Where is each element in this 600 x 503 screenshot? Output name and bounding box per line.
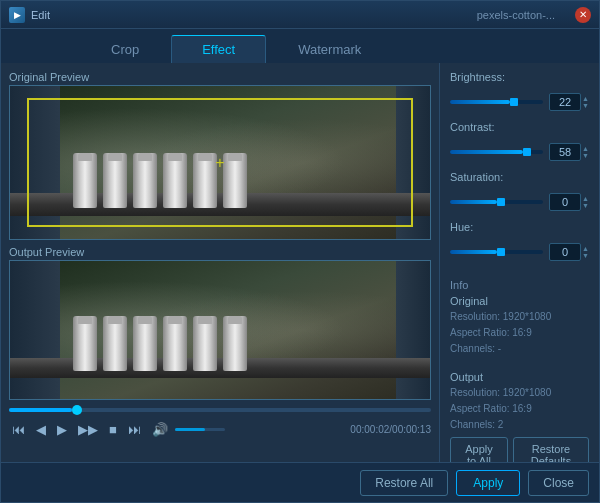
- brightness-value[interactable]: 22: [549, 93, 581, 111]
- volume-slider[interactable]: [175, 428, 225, 431]
- file-name: pexels-cotton-...: [477, 9, 555, 21]
- out-cans: [73, 316, 247, 371]
- brightness-slider[interactable]: [450, 100, 543, 104]
- out-can-1: [73, 316, 97, 371]
- hue-row: Hue:: [450, 221, 589, 233]
- out-can-4: [163, 316, 187, 371]
- saturation-slider-row: 0 ▲ ▼: [450, 193, 589, 211]
- apply-button[interactable]: Apply: [456, 470, 520, 496]
- close-button[interactable]: Close: [528, 470, 589, 496]
- title-bar: ▶ Edit pexels-cotton-... ✕: [1, 1, 599, 29]
- right-panel: Brightness: 22 ▲ ▼ Contrast:: [439, 63, 599, 462]
- controls-row: ⏮ ◀ ▶ ▶▶ ■ ⏭ 🔊 00:00:02/00:00:13: [9, 420, 431, 439]
- original-resolution: Resolution: 1920*1080: [450, 309, 589, 325]
- saturation-label: Saturation:: [450, 171, 508, 183]
- out-can-5: [193, 316, 217, 371]
- playback-fill: [9, 408, 72, 412]
- original-preview-section: Original Preview: [9, 71, 431, 240]
- contrast-slider[interactable]: [450, 150, 543, 154]
- output-info-subtitle: Output: [450, 371, 589, 383]
- tab-effect[interactable]: Effect: [171, 35, 266, 63]
- out-can-3: [133, 316, 157, 371]
- info-section: Info Original Resolution: 1920*1080 Aspe…: [450, 279, 589, 433]
- saturation-down[interactable]: ▼: [582, 202, 589, 209]
- contrast-value[interactable]: 58: [549, 143, 581, 161]
- original-preview-box: [9, 85, 431, 240]
- original-preview-label: Original Preview: [9, 71, 431, 83]
- saturation-spinner[interactable]: ▲ ▼: [582, 195, 589, 209]
- crop-overlay[interactable]: [27, 98, 413, 227]
- brightness-up[interactable]: ▲: [582, 95, 589, 102]
- output-video-frame: [10, 261, 430, 399]
- brightness-label: Brightness:: [450, 71, 508, 83]
- right-action-row: Apply to All Restore Defaults: [450, 437, 589, 462]
- tab-bar: Crop Effect Watermark: [1, 29, 599, 63]
- contrast-slider-row: 58 ▲ ▼: [450, 143, 589, 161]
- contrast-thumb[interactable]: [523, 148, 531, 156]
- contrast-label: Contrast:: [450, 121, 508, 133]
- output-preview-label: Output Preview: [9, 246, 431, 258]
- next-frame-button[interactable]: ▶▶: [75, 420, 101, 439]
- tab-watermark[interactable]: Watermark: [268, 36, 391, 63]
- output-preview-box: [9, 260, 431, 400]
- brightness-thumb[interactable]: [510, 98, 518, 106]
- time-display: 00:00:02/00:00:13: [350, 424, 431, 435]
- hue-thumb[interactable]: [497, 248, 505, 256]
- hue-slider-row: 0 ▲ ▼: [450, 243, 589, 261]
- output-channels: Channels: 2: [450, 417, 589, 433]
- left-panel: Original Preview: [1, 63, 439, 462]
- brightness-down[interactable]: ▼: [582, 102, 589, 109]
- saturation-fill: [450, 200, 497, 204]
- hue-spinner[interactable]: ▲ ▼: [582, 245, 589, 259]
- output-resolution: Resolution: 1920*1080: [450, 385, 589, 401]
- main-content: Original Preview: [1, 63, 599, 462]
- skip-start-button[interactable]: ⏮: [9, 420, 28, 439]
- brightness-spinner[interactable]: ▲ ▼: [582, 95, 589, 109]
- volume-fill: [175, 428, 205, 431]
- out-can-2: [103, 316, 127, 371]
- contrast-fill: [450, 150, 523, 154]
- volume-icon[interactable]: 🔊: [149, 420, 171, 439]
- app-icon: ▶: [9, 7, 25, 23]
- hue-value[interactable]: 0: [549, 243, 581, 261]
- stop-button[interactable]: ■: [106, 420, 120, 439]
- saturation-row: Saturation:: [450, 171, 589, 183]
- play-button[interactable]: ▶: [54, 420, 70, 439]
- apply-to-all-button[interactable]: Apply to All: [450, 437, 508, 462]
- original-channels: Channels: -: [450, 341, 589, 357]
- window-title: Edit: [31, 9, 477, 21]
- original-video-frame: [10, 86, 430, 239]
- info-title: Info: [450, 279, 589, 291]
- tab-crop[interactable]: Crop: [81, 36, 169, 63]
- contrast-up[interactable]: ▲: [582, 145, 589, 152]
- hue-down[interactable]: ▼: [582, 252, 589, 259]
- output-aspect: Aspect Ratio: 16:9: [450, 401, 589, 417]
- right-action-buttons: Apply to All Restore Defaults: [450, 437, 589, 462]
- contrast-down[interactable]: ▼: [582, 152, 589, 159]
- saturation-up[interactable]: ▲: [582, 195, 589, 202]
- brightness-fill: [450, 100, 510, 104]
- output-preview-section: Output Preview: [9, 246, 431, 400]
- contrast-spinner[interactable]: ▲ ▼: [582, 145, 589, 159]
- prev-button[interactable]: ◀: [33, 420, 49, 439]
- hue-label: Hue:: [450, 221, 508, 233]
- saturation-thumb[interactable]: [497, 198, 505, 206]
- playback-thumb[interactable]: [72, 405, 82, 415]
- saturation-value[interactable]: 0: [549, 193, 581, 211]
- out-can-6: [223, 316, 247, 371]
- hue-fill: [450, 250, 497, 254]
- playback-slider-row: [9, 406, 431, 414]
- bottom-bar: Restore All Apply Close: [1, 462, 599, 502]
- playback-track[interactable]: [9, 408, 431, 412]
- skip-end-button[interactable]: ⏭: [125, 420, 144, 439]
- hue-slider[interactable]: [450, 250, 543, 254]
- restore-defaults-button[interactable]: Restore Defaults: [513, 437, 589, 462]
- brightness-row: Brightness:: [450, 71, 589, 83]
- edit-window: ▶ Edit pexels-cotton-... ✕ Crop Effect W…: [0, 0, 600, 503]
- hue-up[interactable]: ▲: [582, 245, 589, 252]
- close-window-button[interactable]: ✕: [575, 7, 591, 23]
- original-info-subtitle: Original: [450, 295, 589, 307]
- original-aspect: Aspect Ratio: 16:9: [450, 325, 589, 341]
- saturation-slider[interactable]: [450, 200, 543, 204]
- restore-all-button[interactable]: Restore All: [360, 470, 448, 496]
